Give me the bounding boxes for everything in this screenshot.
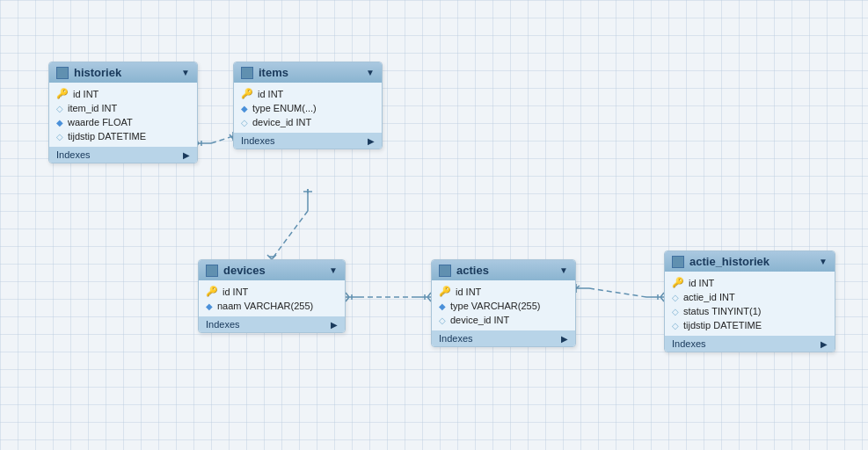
table-body-devices: 🔑 id INT ◆ naam VARCHAR(255) [199,280,345,316]
table-items: items ▼ 🔑 id INT ◆ type ENUM(...) ◇ devi… [233,62,383,149]
table-row: ◆ type ENUM(...) [234,101,382,115]
svg-line-29 [576,286,580,288]
key-icon: 🔑 [56,88,69,99]
diamond-outline-icon: ◇ [241,118,248,127]
dropdown-arrow-devices[interactable]: ▼ [329,265,338,275]
indexes-label: Indexes [439,333,473,344]
table-icon-actie-historiek [672,256,684,268]
table-title-actie-historiek: actie_historiek [689,255,770,268]
table-icon-items [241,67,253,79]
svg-line-9 [272,211,308,259]
table-row: 🔑 id INT [665,275,835,290]
table-acties: acties ▼ 🔑 id INT ◆ type VARCHAR(255) ◇ … [431,259,576,347]
table-icon-acties [439,265,451,277]
key-icon: 🔑 [439,286,451,297]
field-text: naam VARCHAR(255) [217,301,313,311]
diamond-outline-icon: ◇ [672,293,679,302]
indexes-actie-historiek[interactable]: Indexes ▶ [665,336,835,352]
table-header-items[interactable]: items ▼ [234,62,382,83]
indexes-label: Indexes [241,135,275,146]
field-text: status TINYINT(1) [683,306,761,316]
field-text: type VARCHAR(255) [450,301,541,311]
table-title-items: items [259,66,288,79]
field-text: item_id INT [68,103,117,113]
table-row: 🔑 id INT [432,284,575,299]
field-text: device_id INT [450,315,509,325]
table-row: ◇ status TINYINT(1) [665,304,835,318]
dropdown-arrow-historiek[interactable]: ▼ [181,68,190,77]
table-title-acties: acties [456,264,489,277]
table-body-historiek: 🔑 id INT ◇ item_id INT ◆ waarde FLOAT ◇ … [49,83,197,147]
field-text: type ENUM(...) [252,103,317,113]
svg-line-18 [346,293,349,297]
table-title-historiek: historiek [74,66,121,79]
table-row: ◆ waarde FLOAT [49,115,197,129]
table-row: ◇ tijdstip DATETIME [49,129,197,143]
indexes-arrow: ▶ [821,339,828,349]
field-text: id INT [222,287,248,297]
field-text: id INT [456,287,481,297]
table-row: ◇ device_id INT [234,115,382,129]
table-body-actie-historiek: 🔑 id INT ◇ actie_id INT ◇ status TINYINT… [665,272,835,336]
diamond-icon: ◆ [56,118,63,127]
field-text: id INT [258,89,283,99]
field-text: tijdstip DATETIME [68,131,146,142]
field-text: device_id INT [252,117,311,127]
dropdown-arrow-items[interactable]: ▼ [366,68,375,77]
field-text: id INT [689,278,714,288]
svg-line-19 [346,297,349,301]
field-text: actie_id INT [683,292,735,302]
diamond-icon: ◆ [241,104,248,113]
indexes-arrow: ▶ [183,150,190,160]
field-text: waarde FLOAT [68,117,133,127]
indexes-label: Indexes [56,149,91,160]
table-row: 🔑 id INT [234,86,382,101]
table-row: ◇ item_id INT [49,101,197,115]
table-icon-historiek [56,67,69,79]
table-header-actie-historiek[interactable]: actie_historiek ▼ [665,251,835,272]
diamond-outline-icon: ◇ [672,321,679,330]
diagram-canvas: historiek ▼ 🔑 id INT ◇ item_id INT ◆ waa… [0,0,868,450]
dropdown-arrow-acties[interactable]: ▼ [559,265,568,275]
diamond-icon: ◆ [206,301,213,311]
dropdown-arrow-actie-historiek[interactable]: ▼ [819,257,828,266]
indexes-arrow: ▶ [331,320,338,330]
indexes-label: Indexes [672,338,706,349]
table-header-historiek[interactable]: historiek ▼ [49,62,197,83]
indexes-arrow: ▶ [561,334,568,344]
indexes-acties[interactable]: Indexes ▶ [432,330,575,346]
indexes-historiek[interactable]: Indexes ▶ [49,147,197,163]
key-icon: 🔑 [672,277,684,288]
indexes-items[interactable]: Indexes ▶ [234,133,382,149]
table-row: 🔑 id INT [199,284,345,299]
table-devices: devices ▼ 🔑 id INT ◆ naam VARCHAR(255) I… [198,259,346,333]
diamond-outline-icon: ◇ [439,316,446,325]
table-actie-historiek: actie_historiek ▼ 🔑 id INT ◇ actie_id IN… [664,250,835,352]
svg-line-25 [589,288,646,297]
diamond-outline-icon: ◇ [672,307,679,316]
table-body-acties: 🔑 id INT ◆ type VARCHAR(255) ◇ device_id… [432,280,575,330]
field-text: id INT [73,89,98,99]
key-icon: 🔑 [241,88,253,99]
table-row: ◇ device_id INT [432,313,575,327]
table-row: ◆ type VARCHAR(255) [432,299,575,313]
table-icon-devices [206,265,218,277]
table-title-devices: devices [223,264,266,277]
indexes-devices[interactable]: Indexes ▶ [199,316,345,332]
table-header-devices[interactable]: devices ▼ [199,260,345,280]
field-text: tijdstip DATETIME [683,320,762,330]
diamond-outline-icon: ◇ [56,104,63,113]
table-row: ◆ naam VARCHAR(255) [199,299,345,313]
table-header-acties[interactable]: acties ▼ [432,260,575,280]
table-row: ◇ tijdstip DATETIME [665,318,835,332]
indexes-arrow: ▶ [368,136,375,146]
diamond-outline-icon: ◇ [56,132,63,142]
indexes-label: Indexes [206,319,240,330]
table-row: 🔑 id INT [49,86,197,101]
table-body-items: 🔑 id INT ◆ type ENUM(...) ◇ device_id IN… [234,83,382,133]
table-row: ◇ actie_id INT [665,290,835,304]
key-icon: 🔑 [206,286,218,297]
diamond-icon: ◆ [439,301,446,311]
table-historiek: historiek ▼ 🔑 id INT ◇ item_id INT ◆ waa… [48,62,198,163]
svg-line-1 [211,136,233,143]
